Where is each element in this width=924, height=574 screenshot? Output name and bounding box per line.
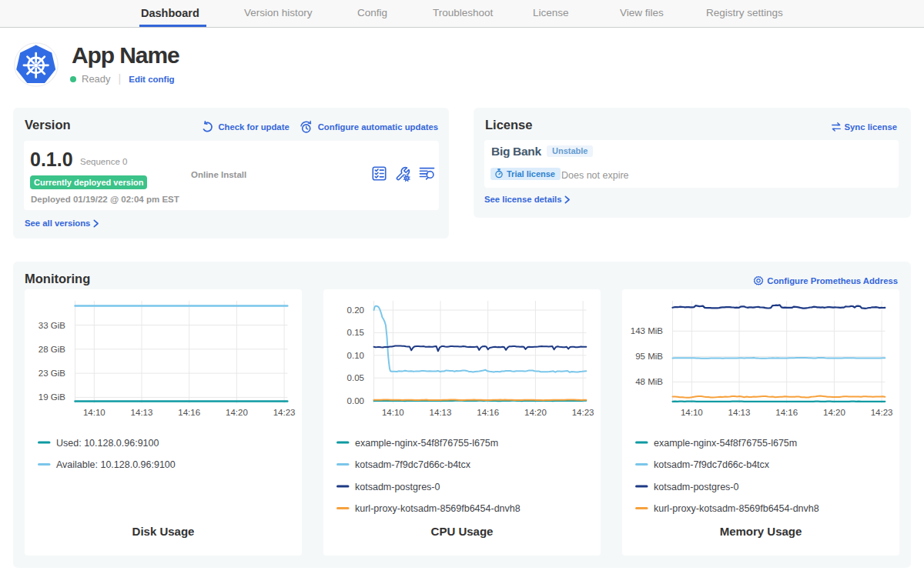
svg-text:0.10: 0.10 — [347, 351, 364, 360]
svg-text:28 GiB: 28 GiB — [38, 345, 65, 354]
svg-text:19 GiB: 19 GiB — [38, 392, 65, 402]
svg-text:14:23: 14:23 — [273, 408, 296, 417]
svg-text:14:20: 14:20 — [524, 408, 547, 417]
svg-text:14:20: 14:20 — [823, 408, 845, 417]
svg-text:14:20: 14:20 — [226, 408, 248, 417]
svg-text:Memory Usage: Memory Usage — [720, 525, 802, 538]
svg-text:33 GiB: 33 GiB — [38, 321, 65, 330]
svg-text:23 GiB: 23 GiB — [38, 369, 65, 378]
svg-text:14:13: 14:13 — [430, 408, 452, 417]
svg-text:Available: 10.128.0.96:9100: Available: 10.128.0.96:9100 — [56, 459, 176, 470]
svg-text:14:13: 14:13 — [728, 408, 751, 417]
svg-text:0.05: 0.05 — [347, 373, 364, 382]
svg-text:0.20: 0.20 — [347, 305, 364, 315]
svg-text:14:10: 14:10 — [83, 408, 105, 417]
svg-text:14:16: 14:16 — [477, 408, 499, 417]
svg-text:example-nginx-54f8f76755-l675m: example-nginx-54f8f76755-l675m — [355, 438, 498, 449]
svg-text:95 MiB: 95 MiB — [635, 352, 663, 361]
svg-text:0.15: 0.15 — [347, 328, 364, 337]
svg-text:14:13: 14:13 — [131, 408, 153, 417]
svg-text:CPU Usage: CPU Usage — [431, 525, 494, 538]
svg-text:14:23: 14:23 — [871, 408, 893, 417]
svg-text:kotsadm-7f9dc7d66c-b4tcx: kotsadm-7f9dc7d66c-b4tcx — [355, 459, 471, 470]
svg-text:14:16: 14:16 — [775, 408, 798, 417]
svg-text:14:23: 14:23 — [572, 408, 594, 417]
svg-text:kotsadm-postgres-0: kotsadm-postgres-0 — [654, 482, 739, 492]
svg-text:example-nginx-54f8f76755-l675m: example-nginx-54f8f76755-l675m — [654, 438, 797, 449]
svg-text:Disk Usage: Disk Usage — [132, 525, 195, 538]
svg-text:kotsadm-postgres-0: kotsadm-postgres-0 — [355, 482, 440, 492]
svg-text:143 MiB: 143 MiB — [631, 326, 664, 335]
svg-text:0.00: 0.00 — [347, 396, 364, 405]
svg-text:kurl-proxy-kotsadm-8569fb6454-: kurl-proxy-kotsadm-8569fb6454-dnvh8 — [355, 503, 521, 514]
svg-text:14:10: 14:10 — [681, 408, 703, 417]
svg-text:14:10: 14:10 — [382, 408, 404, 417]
svg-text:Used: 10.128.0.96:9100: Used: 10.128.0.96:9100 — [56, 438, 159, 449]
svg-text:kotsadm-7f9dc7d66c-b4tcx: kotsadm-7f9dc7d66c-b4tcx — [654, 459, 770, 470]
svg-text:14:16: 14:16 — [178, 408, 200, 417]
svg-text:48 MiB: 48 MiB — [635, 377, 663, 386]
svg-text:kurl-proxy-kotsadm-8569fb6454-: kurl-proxy-kotsadm-8569fb6454-dnvh8 — [654, 503, 819, 514]
